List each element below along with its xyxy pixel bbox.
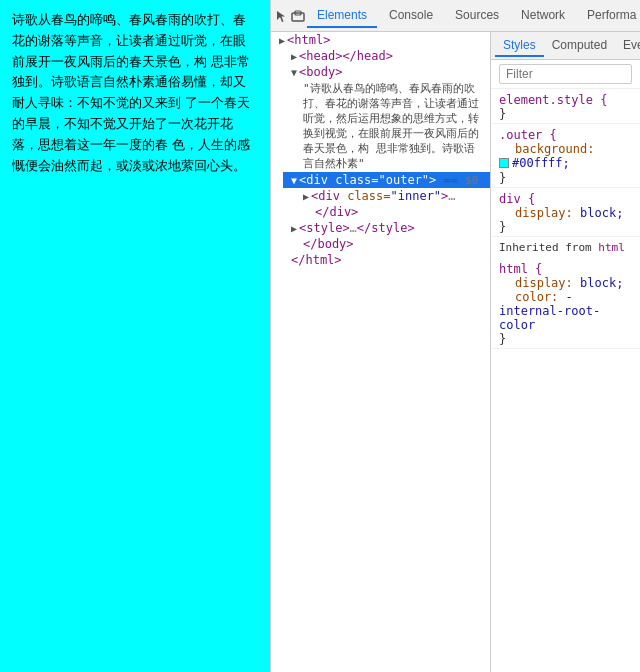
- elem-html-close: </html>: [271, 252, 490, 268]
- rule-close-brace: }: [499, 107, 506, 121]
- selector-div: div {: [499, 192, 535, 206]
- elem-head[interactable]: ▶<head></head>: [283, 48, 490, 64]
- tab-performance[interactable]: Performa: [577, 4, 640, 28]
- expand-head-icon[interactable]: ▶: [291, 51, 297, 62]
- rule-outer-close: }: [499, 171, 506, 185]
- styles-subtabs: Styles Computed Event Listene: [491, 32, 640, 60]
- expand-style-icon[interactable]: ▶: [291, 223, 297, 234]
- devtools-topbar: Elements Console Sources Network Perform…: [271, 0, 640, 32]
- styles-section: Styles Computed Event Listene element.st…: [491, 32, 640, 672]
- elem-body-close: </body>: [283, 236, 490, 252]
- devtools-bottom: ▶<html> ▶<head></head> ▼<body> "诗歌从春鸟的啼鸣…: [271, 32, 640, 672]
- filter-input[interactable]: [499, 64, 632, 84]
- rule-div-close: }: [499, 220, 506, 234]
- value-background: #00ffff;: [499, 156, 570, 170]
- value-html-display: block;: [580, 276, 623, 290]
- subtab-styles[interactable]: Styles: [495, 35, 544, 57]
- elements-section: ▶<html> ▶<head></head> ▼<body> "诗歌从春鸟的啼鸣…: [271, 32, 491, 672]
- selector-element-style: element.style {: [499, 93, 607, 107]
- elem-div-inner[interactable]: ▶<div class="inner">…: [295, 188, 490, 204]
- webpage-content: 诗歌从春鸟的啼鸣、春风春雨的吹打、春花的谢落等声音，让读者通过听觉，在眼前展开一…: [0, 0, 270, 672]
- color-value: #00ffff;: [512, 156, 570, 170]
- expand-html-icon[interactable]: ▶: [279, 35, 285, 46]
- elem-html[interactable]: ▶<html>: [271, 32, 490, 48]
- expand-inner-icon[interactable]: ▶: [303, 191, 309, 202]
- selector-html: html {: [499, 262, 542, 276]
- rule-html-close: }: [499, 332, 506, 346]
- prop-name-html-color: color:: [515, 290, 558, 304]
- elem-div-outer[interactable]: ▼<div class="outer"> == $0: [283, 172, 490, 188]
- devtools-panel: Elements Console Sources Network Perform…: [270, 0, 640, 672]
- elem-body[interactable]: ▼<body>: [283, 64, 490, 80]
- tab-console[interactable]: Console: [379, 4, 443, 28]
- prop-html-color: color: -internal-root-color: [499, 290, 600, 332]
- prop-name-background: background:: [515, 142, 594, 156]
- svg-rect-0: [292, 13, 304, 21]
- webpage-text: 诗歌从春鸟的啼鸣、春风春雨的吹打、春花的谢落等声音，让读者通过听觉，在眼前展开一…: [12, 10, 258, 176]
- expand-body-icon[interactable]: ▼: [291, 67, 297, 78]
- prop-html-display: display: block;: [515, 276, 623, 290]
- filter-bar: [491, 60, 640, 89]
- tab-sources[interactable]: Sources: [445, 4, 509, 28]
- color-swatch-cyan[interactable]: [499, 158, 509, 168]
- elem-text-node: "诗歌从春鸟的啼鸣、春风春雨的吹打、春花的谢落等声音，让读者通过听觉，然后运用想…: [295, 80, 490, 172]
- tab-elements[interactable]: Elements: [307, 4, 377, 28]
- rule-element-style: element.style { }: [491, 89, 640, 124]
- elem-style[interactable]: ▶<style>…</style>: [283, 220, 490, 236]
- subtab-computed[interactable]: Computed: [544, 35, 615, 57]
- tab-network[interactable]: Network: [511, 4, 575, 28]
- elem-div-close: </div>: [295, 204, 490, 220]
- box-icon[interactable]: [291, 4, 305, 28]
- prop-display: display: block;: [515, 206, 623, 220]
- inherited-label: Inherited from: [499, 241, 598, 254]
- expand-outer-icon[interactable]: ▼: [291, 175, 297, 186]
- subtab-event-listeners[interactable]: Event Listene: [615, 35, 640, 57]
- inherited-tag: html: [598, 241, 625, 254]
- rule-outer: .outer { background: #00ffff; }: [491, 124, 640, 188]
- prop-name-display: display:: [515, 206, 573, 220]
- prop-background: background: #00ffff;: [499, 142, 594, 171]
- prop-name-html-display: display:: [515, 276, 573, 290]
- rule-html-inherited: html { display: block; color: -internal-…: [491, 258, 640, 349]
- selector-outer: .outer {: [499, 128, 557, 142]
- inherited-header: Inherited from html: [491, 237, 640, 258]
- value-display: block;: [580, 206, 623, 220]
- styles-panel: element.style { } .outer { background: #…: [491, 89, 640, 672]
- rule-div: div { display: block; }: [491, 188, 640, 237]
- cursor-icon[interactable]: [275, 4, 289, 28]
